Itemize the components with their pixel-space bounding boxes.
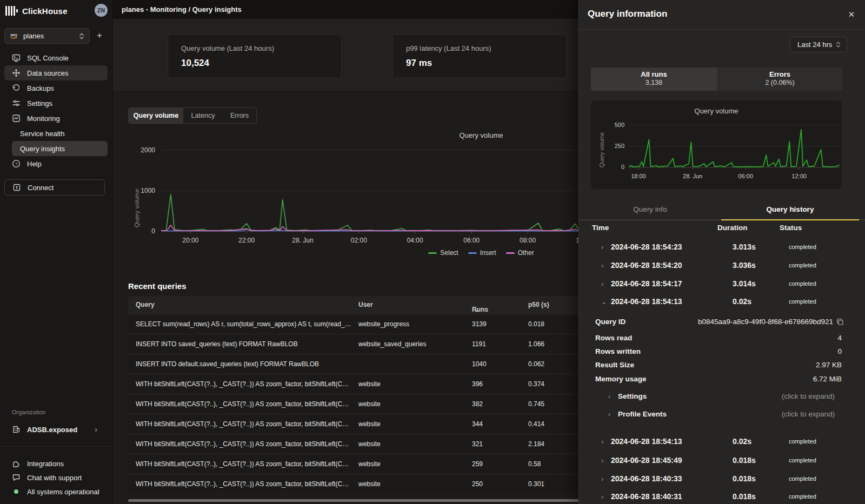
- detail-row-profile-events[interactable]: › Profile Events (click to expand): [579, 410, 865, 422]
- detail-row-rows-written: Rows written0: [579, 347, 865, 359]
- table-row[interactable]: INSERT INTO saved_queries (text) FORMAT …: [128, 334, 578, 354]
- sidebar: ClickHouse ZN aws planes + SQL Console D…: [0, 0, 113, 504]
- query-history-row[interactable]: › 2024-06-28 18:54:130.02s completed: [579, 433, 865, 451]
- query-history-row[interactable]: › 2024-06-28 18:40:330.018s completed: [579, 470, 865, 488]
- chevron-right-icon[interactable]: ›: [601, 438, 603, 446]
- column-header-user[interactable]: User: [358, 301, 373, 308]
- query-history-row-expanded[interactable]: ⌄ 2024-06-28 18:54:130.02s completed: [579, 293, 865, 311]
- table-row[interactable]: INSERT INTO default.saved_queries (text)…: [128, 354, 578, 374]
- brand-name: ClickHouse: [22, 6, 68, 16]
- connect-button[interactable]: Connect: [4, 179, 105, 196]
- tab-query-volume[interactable]: Query volume: [129, 108, 183, 123]
- sidebar-item-system-status[interactable]: All systems operational: [4, 485, 109, 499]
- y-tick-label: 250: [615, 143, 624, 149]
- chevron-right-icon[interactable]: ›: [601, 456, 603, 465]
- history-table-header: Time Duration Status: [579, 224, 865, 237]
- x-tick-label: 08:00: [520, 237, 536, 244]
- table-row[interactable]: WITH bitShiftLeft(CAST(?..), _CAST(?..))…: [128, 474, 578, 494]
- legend-swatch: [428, 252, 437, 254]
- query-history-row[interactable]: › 2024-06-28 18:54:233.013s completed: [579, 238, 865, 257]
- sidebar-item-label: Settings: [27, 99, 52, 107]
- status-badge: completed: [783, 474, 822, 484]
- sliders-icon: [12, 99, 21, 107]
- chevron-right-icon[interactable]: ›: [601, 280, 603, 288]
- chevron-right-icon: ›: [608, 411, 610, 418]
- table-row[interactable]: WITH bitShiftLeft(CAST(?..), _CAST(?..))…: [128, 414, 578, 434]
- legend-item-select[interactable]: Select: [428, 249, 458, 257]
- sidebar-item-help[interactable]: ? Help: [4, 156, 108, 171]
- chart-icon: [12, 114, 21, 123]
- sidebar-item-label: All systems operational: [27, 488, 99, 496]
- table-header: Query User Runs⌄ p50 (s): [128, 296, 578, 314]
- organization-heading: Organization: [12, 409, 45, 415]
- chevron-right-icon[interactable]: ›: [601, 261, 603, 270]
- query-history-row[interactable]: › 2024-06-28 18:54:173.014s completed: [579, 275, 865, 293]
- organization-icon: [12, 425, 21, 434]
- horizontal-scrollbar[interactable]: [128, 499, 578, 502]
- sidebar-divider: [0, 446, 113, 447]
- sidebar-item-chat-support[interactable]: Chat with support: [4, 471, 109, 485]
- query-history-row[interactable]: › 2024-06-28 18:54:203.036s completed: [579, 257, 865, 275]
- sidebar-item-service-health[interactable]: Service health: [4, 126, 108, 141]
- sidebar-item-settings[interactable]: Settings: [4, 96, 108, 111]
- tab-errors[interactable]: Errors: [223, 108, 256, 123]
- detail-row-settings[interactable]: › Settings (click to expand): [579, 392, 865, 404]
- table-row[interactable]: WITH bitShiftLeft(CAST(?..), _CAST(?..))…: [128, 374, 578, 394]
- sidebar-item-integrations[interactable]: Integrations: [4, 456, 109, 471]
- y-tick-label: 1000: [141, 187, 155, 194]
- close-icon[interactable]: ✕: [846, 9, 857, 21]
- legend-label: Select: [440, 249, 458, 257]
- add-service-button[interactable]: +: [93, 29, 106, 42]
- toggle-all-runs[interactable]: All runs 3,138: [591, 68, 717, 91]
- table-row[interactable]: SELECT sum(read_rows) AS r, sum(total_ro…: [128, 314, 578, 334]
- sidebar-item-data-sources[interactable]: Data sources: [4, 65, 108, 80]
- tab-latency[interactable]: Latency: [183, 108, 223, 123]
- stat-value: 10,524: [181, 58, 209, 69]
- toggle-value: 2 (0.06%): [717, 79, 843, 86]
- chevron-down-icon[interactable]: ⌄: [601, 298, 607, 306]
- column-header-p50[interactable]: p50 (s): [528, 301, 549, 308]
- avatar[interactable]: ZN: [95, 4, 108, 17]
- x-tick-label: 22:00: [238, 237, 255, 244]
- organization-switcher[interactable]: ADSB.exposed ›: [4, 422, 105, 437]
- top-header-bar: planes - Monitoring / Query insights: [113, 0, 578, 19]
- time-range-selector[interactable]: Last 24 hrs: [790, 37, 847, 52]
- legend-label: Other: [518, 249, 534, 257]
- chevron-right-icon[interactable]: ›: [601, 243, 603, 251]
- toggle-errors[interactable]: Errors 2 (0.06%): [717, 68, 843, 91]
- service-selector[interactable]: aws planes: [4, 28, 90, 44]
- table-row[interactable]: WITH bitShiftLeft(CAST(?..), _CAST(?..))…: [128, 434, 578, 454]
- tab-query-info[interactable]: Query info: [579, 199, 721, 219]
- toggle-label: Errors: [717, 70, 843, 78]
- chevron-right-icon[interactable]: ›: [601, 493, 603, 501]
- column-header-time: Time: [592, 224, 609, 232]
- table-row[interactable]: WITH bitShiftLeft(CAST(?..), _CAST(?..))…: [128, 394, 578, 414]
- sidebar-item-monitoring[interactable]: Monitoring: [4, 111, 108, 126]
- column-header-query[interactable]: Query: [136, 301, 352, 308]
- app-root: ClickHouse ZN aws planes + SQL Console D…: [0, 0, 865, 504]
- legend-item-insert[interactable]: Insert: [468, 249, 496, 257]
- table-row[interactable]: WITH bitShiftLeft(CAST(?..), _CAST(?..))…: [128, 454, 578, 474]
- chevron-right-icon[interactable]: ›: [601, 475, 603, 483]
- chart-x-ticks: 20:0022:0028. Jun02:0004:0006:0008:0010:…: [161, 139, 578, 247]
- sidebar-item-backups[interactable]: Backups: [4, 80, 108, 96]
- legend-item-other[interactable]: Other: [506, 249, 534, 257]
- recent-queries-table: Query User Runs⌄ p50 (s) SELECT sum(read…: [128, 296, 578, 494]
- sidebar-item-sql-console[interactable]: SQL Console: [4, 50, 108, 65]
- query-history-row[interactable]: › 2024-06-28 18:40:310.018s completed: [579, 488, 865, 504]
- service-name: planes: [23, 32, 78, 40]
- status-badge: completed: [783, 297, 822, 307]
- chat-icon: [12, 473, 21, 482]
- y-tick-label: 500: [615, 122, 624, 128]
- chart-y-ticks: 200010000: [113, 139, 156, 237]
- query-history-row[interactable]: › 2024-06-28 18:45:490.018s completed: [579, 452, 865, 470]
- chart-tabstrip: Query volume Latency Errors: [128, 107, 257, 124]
- aws-icon: aws: [9, 32, 18, 41]
- restore-icon: [12, 84, 21, 92]
- data-sources-icon: [12, 69, 21, 77]
- breadcrumb: planes - Monitoring / Query insights: [122, 5, 242, 14]
- tab-query-history[interactable]: Query history: [721, 199, 859, 219]
- status-badge: completed: [783, 279, 822, 289]
- sidebar-item-query-insights[interactable]: Query insights: [12, 141, 108, 156]
- copy-icon[interactable]: [836, 318, 845, 326]
